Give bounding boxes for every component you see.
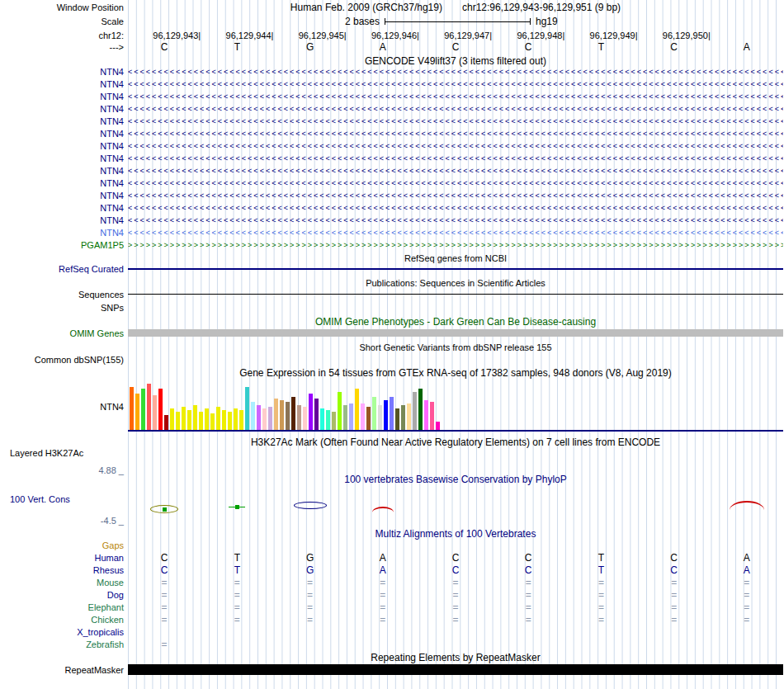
- gene-label[interactable]: NTN4: [0, 177, 124, 190]
- gene-strand-arrows[interactable]: <<<<<<<<<<<<<<<<<<<<<<<<<<<<<<<<<<<<<<<<…: [128, 190, 783, 202]
- gtex-bar[interactable]: [291, 397, 295, 430]
- gtex-bar-chart[interactable]: [128, 380, 783, 430]
- gtex-bar[interactable]: [430, 402, 434, 430]
- gtex-bar[interactable]: [251, 402, 255, 430]
- gtex-bar[interactable]: [401, 405, 405, 430]
- gene-strand-arrows[interactable]: >>>>>>>>>>>>>>>>>>>>>>>>>>>>>>>>>>>>>>>>…: [128, 239, 783, 252]
- gtex-bar[interactable]: [170, 408, 174, 430]
- gtex-bar[interactable]: [424, 400, 428, 430]
- gtex-bar[interactable]: [153, 395, 157, 430]
- gene-strand-arrows[interactable]: <<<<<<<<<<<<<<<<<<<<<<<<<<<<<<<<<<<<<<<<…: [128, 128, 783, 140]
- species-label[interactable]: Mouse: [0, 577, 124, 589]
- species-label[interactable]: Chicken: [0, 614, 124, 626]
- publications-line[interactable]: [128, 294, 783, 295]
- gtex-bar[interactable]: [234, 408, 238, 430]
- gtex-bar[interactable]: [303, 407, 307, 430]
- gtex-bar[interactable]: [205, 408, 209, 430]
- gene-label[interactable]: NTN4: [0, 91, 124, 103]
- gtex-bar[interactable]: [187, 410, 191, 430]
- gene-label[interactable]: NTN4: [0, 103, 124, 116]
- layered-h3k27ac-label[interactable]: Layered H3K27Ac: [0, 447, 124, 459]
- gene-strand-arrows[interactable]: <<<<<<<<<<<<<<<<<<<<<<<<<<<<<<<<<<<<<<<<…: [128, 140, 783, 153]
- gene-label[interactable]: NTN4: [0, 78, 124, 91]
- gtex-bar[interactable]: [390, 397, 394, 430]
- vert-cons-label[interactable]: 100 Vert. Cons: [0, 493, 124, 505]
- repeatmasker-bar[interactable]: [128, 664, 783, 675]
- alignment-row[interactable]: =========: [128, 614, 783, 626]
- gtex-bar[interactable]: [245, 387, 249, 430]
- alignment-row[interactable]: CTGACCTCA: [128, 564, 783, 577]
- gtex-bar[interactable]: [262, 408, 267, 430]
- gtex-bar[interactable]: [158, 389, 163, 430]
- gtex-bar[interactable]: [326, 410, 330, 430]
- gtex-bar[interactable]: [268, 407, 272, 430]
- repeatmasker-label[interactable]: RepeatMasker: [0, 664, 124, 676]
- gtex-bar[interactable]: [164, 415, 168, 430]
- gene-label[interactable]: NTN4: [0, 116, 124, 128]
- gtex-bar[interactable]: [147, 384, 151, 430]
- gene-label[interactable]: NTN4: [0, 165, 124, 177]
- gene-strand-arrows[interactable]: <<<<<<<<<<<<<<<<<<<<<<<<<<<<<<<<<<<<<<<<…: [128, 116, 783, 128]
- gtex-bar[interactable]: [366, 407, 371, 430]
- omim-track-bar[interactable]: [128, 329, 783, 337]
- gtex-bar[interactable]: [182, 407, 186, 430]
- gtex-bar[interactable]: [193, 405, 197, 430]
- gene-strand-arrows[interactable]: <<<<<<<<<<<<<<<<<<<<<<<<<<<<<<<<<<<<<<<<…: [128, 165, 783, 177]
- alignment-row[interactable]: CTGACCTCA: [128, 552, 783, 564]
- refseq-curated-label[interactable]: RefSeq Curated: [0, 263, 124, 275]
- gtex-bar[interactable]: [222, 410, 226, 430]
- gtex-bar[interactable]: [309, 394, 313, 430]
- gene-strand-arrows[interactable]: <<<<<<<<<<<<<<<<<<<<<<<<<<<<<<<<<<<<<<<<…: [128, 177, 783, 190]
- alignment-row[interactable]: [128, 626, 783, 639]
- gtex-bar[interactable]: [436, 422, 440, 430]
- gtex-bar[interactable]: [378, 405, 382, 430]
- gtex-bar[interactable]: [141, 389, 145, 430]
- gene-strand-arrows[interactable]: <<<<<<<<<<<<<<<<<<<<<<<<<<<<<<<<<<<<<<<<…: [128, 66, 783, 78]
- gene-label[interactable]: NTN4: [0, 215, 124, 227]
- refseq-gene-line[interactable]: [128, 268, 783, 270]
- gtex-bar[interactable]: [239, 410, 243, 430]
- species-label[interactable]: Rhesus: [0, 564, 124, 577]
- gtex-bar[interactable]: [297, 405, 301, 430]
- gene-strand-arrows[interactable]: <<<<<<<<<<<<<<<<<<<<<<<<<<<<<<<<<<<<<<<<…: [128, 202, 783, 215]
- alignment-row[interactable]: =========: [128, 589, 783, 602]
- gtex-bar[interactable]: [280, 400, 284, 430]
- gtex-bar[interactable]: [332, 412, 336, 430]
- sequences-label[interactable]: Sequences: [0, 289, 124, 300]
- gtex-bar[interactable]: [384, 400, 388, 430]
- gaps-label[interactable]: Gaps: [0, 540, 124, 551]
- common-dbsnp-label[interactable]: Common dbSNP(155): [0, 354, 124, 366]
- gene-label[interactable]: NTN4: [0, 227, 124, 239]
- species-label[interactable]: Zebrafish: [0, 639, 124, 651]
- alignment-row[interactable]: =========: [128, 577, 783, 589]
- gene-label[interactable]: NTN4: [0, 128, 124, 140]
- gtex-bar[interactable]: [216, 407, 220, 430]
- gene-label[interactable]: NTN4: [0, 190, 124, 202]
- gtex-bar[interactable]: [320, 408, 324, 430]
- gene-strand-arrows[interactable]: <<<<<<<<<<<<<<<<<<<<<<<<<<<<<<<<<<<<<<<<…: [128, 103, 783, 116]
- gtex-bar[interactable]: [355, 389, 359, 430]
- gtex-bar[interactable]: [210, 413, 215, 430]
- alignment-row[interactable]: =: [128, 639, 783, 651]
- gtex-bar[interactable]: [343, 405, 347, 430]
- gtex-bar[interactable]: [199, 412, 203, 430]
- species-label[interactable]: X_tropicalis: [0, 626, 124, 639]
- gene-label[interactable]: NTN4: [0, 140, 124, 153]
- gtex-bar[interactable]: [286, 402, 290, 430]
- gene-strand-arrows[interactable]: <<<<<<<<<<<<<<<<<<<<<<<<<<<<<<<<<<<<<<<<…: [128, 215, 783, 227]
- gtex-bar[interactable]: [395, 408, 399, 430]
- omim-genes-label[interactable]: OMIM Genes: [0, 328, 124, 339]
- gene-label[interactable]: NTN4: [0, 202, 124, 215]
- gene-strand-arrows[interactable]: <<<<<<<<<<<<<<<<<<<<<<<<<<<<<<<<<<<<<<<<…: [128, 153, 783, 165]
- alignment-row[interactable]: =========: [128, 602, 783, 614]
- gene-label[interactable]: NTN4: [0, 66, 124, 78]
- species-label[interactable]: Dog: [0, 589, 124, 602]
- species-label[interactable]: Human: [0, 552, 124, 564]
- gtex-bar[interactable]: [418, 389, 423, 430]
- gene-strand-arrows[interactable]: <<<<<<<<<<<<<<<<<<<<<<<<<<<<<<<<<<<<<<<<…: [128, 227, 783, 239]
- gtex-bar[interactable]: [228, 412, 232, 430]
- gtex-bar[interactable]: [349, 403, 353, 430]
- gtex-bar[interactable]: [274, 399, 278, 430]
- gtex-bar[interactable]: [372, 397, 376, 430]
- conservation-track[interactable]: [128, 495, 783, 521]
